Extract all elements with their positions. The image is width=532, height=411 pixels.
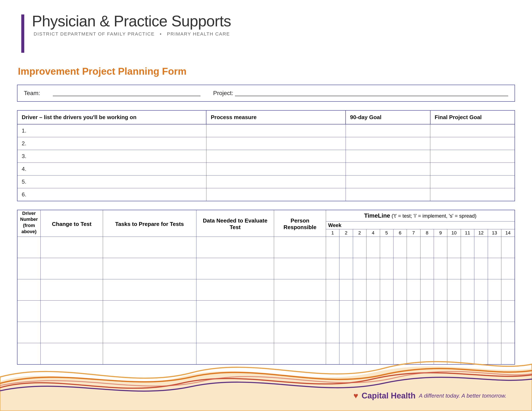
timeline-week-cell-3[interactable] bbox=[366, 258, 380, 279]
final-goal-1[interactable] bbox=[430, 124, 515, 137]
timeline-week-cell-6[interactable] bbox=[407, 258, 420, 279]
timeline-week-cell-0[interactable] bbox=[326, 237, 339, 258]
final-goal-5[interactable] bbox=[430, 176, 515, 188]
process-measure-3[interactable] bbox=[206, 150, 346, 163]
timeline-change-cell[interactable] bbox=[41, 301, 103, 322]
ninety-day-goal-4[interactable] bbox=[346, 163, 430, 176]
process-measure-6[interactable] bbox=[206, 188, 346, 201]
timeline-week-cell-5[interactable] bbox=[393, 258, 407, 279]
process-measure-4[interactable] bbox=[206, 163, 346, 176]
timeline-person-cell[interactable] bbox=[274, 279, 326, 301]
timeline-week-cell-6[interactable] bbox=[407, 279, 420, 301]
timeline-week-cell-13[interactable] bbox=[501, 301, 515, 322]
timeline-week-cell-0[interactable] bbox=[326, 322, 339, 343]
timeline-person-cell[interactable] bbox=[274, 322, 326, 343]
timeline-data-cell[interactable] bbox=[196, 279, 274, 301]
ninety-day-goal-2[interactable] bbox=[346, 137, 430, 150]
timeline-change-cell[interactable] bbox=[41, 258, 103, 279]
ninety-day-goal-1[interactable] bbox=[346, 124, 430, 137]
timeline-week-cell-9[interactable] bbox=[447, 301, 461, 322]
timeline-week-cell-3[interactable] bbox=[366, 301, 380, 322]
timeline-tasks-cell[interactable] bbox=[103, 258, 196, 279]
final-goal-6[interactable] bbox=[430, 188, 515, 201]
timeline-driver-num-cell[interactable] bbox=[17, 301, 41, 322]
ninety-day-goal-6[interactable] bbox=[346, 188, 430, 201]
timeline-week-cell-1[interactable] bbox=[339, 279, 353, 301]
timeline-data-cell[interactable] bbox=[196, 258, 274, 279]
timeline-week-cell-12[interactable] bbox=[488, 322, 501, 343]
timeline-week-cell-4[interactable] bbox=[380, 237, 393, 258]
timeline-week-cell-13[interactable] bbox=[501, 279, 515, 301]
timeline-week-cell-8[interactable] bbox=[434, 322, 447, 343]
timeline-tasks-cell[interactable] bbox=[103, 237, 196, 258]
timeline-week-cell-5[interactable] bbox=[393, 237, 407, 258]
ninety-day-goal-5[interactable] bbox=[346, 176, 430, 188]
timeline-week-cell-6[interactable] bbox=[407, 322, 420, 343]
timeline-data-cell[interactable] bbox=[196, 322, 274, 343]
timeline-week-cell-4[interactable] bbox=[380, 258, 393, 279]
timeline-week-cell-12[interactable] bbox=[488, 237, 501, 258]
timeline-driver-num-cell[interactable] bbox=[17, 279, 41, 301]
timeline-week-cell-11[interactable] bbox=[474, 258, 488, 279]
timeline-week-cell-3[interactable] bbox=[366, 237, 380, 258]
timeline-week-cell-9[interactable] bbox=[447, 258, 461, 279]
timeline-week-cell-11[interactable] bbox=[474, 301, 488, 322]
timeline-week-cell-0[interactable] bbox=[326, 279, 339, 301]
timeline-driver-num-cell[interactable] bbox=[17, 237, 41, 258]
timeline-week-cell-4[interactable] bbox=[380, 279, 393, 301]
timeline-week-cell-4[interactable] bbox=[380, 322, 393, 343]
final-goal-4[interactable] bbox=[430, 163, 515, 176]
ninety-day-goal-3[interactable] bbox=[346, 150, 430, 163]
timeline-week-cell-8[interactable] bbox=[434, 258, 447, 279]
final-goal-3[interactable] bbox=[430, 150, 515, 163]
timeline-person-cell[interactable] bbox=[274, 301, 326, 322]
timeline-week-cell-13[interactable] bbox=[501, 322, 515, 343]
timeline-week-cell-13[interactable] bbox=[501, 258, 515, 279]
process-measure-2[interactable] bbox=[206, 137, 346, 150]
timeline-week-cell-6[interactable] bbox=[407, 301, 420, 322]
timeline-week-cell-10[interactable] bbox=[461, 301, 474, 322]
timeline-week-cell-7[interactable] bbox=[420, 237, 434, 258]
timeline-data-cell[interactable] bbox=[196, 301, 274, 322]
timeline-week-cell-1[interactable] bbox=[339, 301, 353, 322]
timeline-week-cell-12[interactable] bbox=[488, 279, 501, 301]
timeline-week-cell-9[interactable] bbox=[447, 322, 461, 343]
timeline-week-cell-9[interactable] bbox=[447, 279, 461, 301]
timeline-week-cell-5[interactable] bbox=[393, 279, 407, 301]
timeline-week-cell-7[interactable] bbox=[420, 258, 434, 279]
timeline-week-cell-4[interactable] bbox=[380, 301, 393, 322]
timeline-week-cell-10[interactable] bbox=[461, 279, 474, 301]
timeline-data-cell[interactable] bbox=[196, 237, 274, 258]
timeline-week-cell-10[interactable] bbox=[461, 322, 474, 343]
timeline-week-cell-8[interactable] bbox=[434, 237, 447, 258]
timeline-week-cell-2[interactable] bbox=[353, 258, 366, 279]
timeline-week-cell-0[interactable] bbox=[326, 258, 339, 279]
timeline-week-cell-11[interactable] bbox=[474, 322, 488, 343]
timeline-tasks-cell[interactable] bbox=[103, 322, 196, 343]
timeline-tasks-cell[interactable] bbox=[103, 279, 196, 301]
timeline-week-cell-10[interactable] bbox=[461, 237, 474, 258]
timeline-week-cell-1[interactable] bbox=[339, 258, 353, 279]
timeline-week-cell-2[interactable] bbox=[353, 279, 366, 301]
timeline-week-cell-7[interactable] bbox=[420, 279, 434, 301]
timeline-tasks-cell[interactable] bbox=[103, 301, 196, 322]
process-measure-5[interactable] bbox=[206, 176, 346, 188]
timeline-change-cell[interactable] bbox=[41, 279, 103, 301]
timeline-week-cell-12[interactable] bbox=[488, 301, 501, 322]
timeline-week-cell-9[interactable] bbox=[447, 237, 461, 258]
team-input-line[interactable] bbox=[53, 90, 200, 96]
timeline-week-cell-0[interactable] bbox=[326, 301, 339, 322]
timeline-person-cell[interactable] bbox=[274, 237, 326, 258]
timeline-week-cell-6[interactable] bbox=[407, 237, 420, 258]
timeline-driver-num-cell[interactable] bbox=[17, 322, 41, 343]
process-measure-1[interactable] bbox=[206, 124, 346, 137]
timeline-week-cell-13[interactable] bbox=[501, 237, 515, 258]
timeline-week-cell-2[interactable] bbox=[353, 301, 366, 322]
timeline-week-cell-12[interactable] bbox=[488, 258, 501, 279]
timeline-change-cell[interactable] bbox=[41, 237, 103, 258]
timeline-week-cell-7[interactable] bbox=[420, 301, 434, 322]
timeline-week-cell-1[interactable] bbox=[339, 237, 353, 258]
timeline-week-cell-10[interactable] bbox=[461, 258, 474, 279]
timeline-week-cell-11[interactable] bbox=[474, 279, 488, 301]
timeline-week-cell-5[interactable] bbox=[393, 322, 407, 343]
